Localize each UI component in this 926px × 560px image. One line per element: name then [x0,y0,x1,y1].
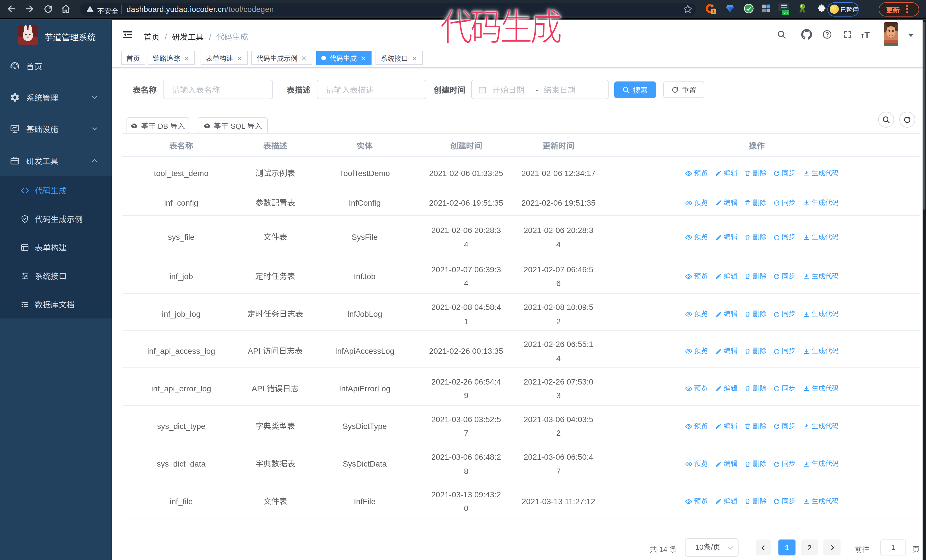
svg-text:T: T [864,30,870,39]
svg-text:T: T [861,32,864,39]
svg-text:1: 1 [712,9,715,14]
